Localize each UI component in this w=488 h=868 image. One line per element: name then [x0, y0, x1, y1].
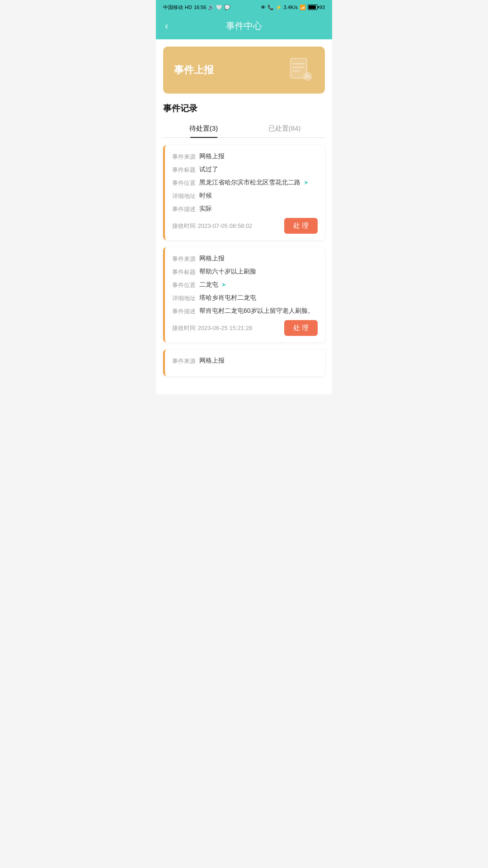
battery-icon — [308, 5, 318, 10]
report-icon — [287, 56, 314, 85]
tab-pending[interactable]: 待处置(3) — [163, 120, 244, 137]
time-label: 16:56 — [194, 5, 206, 10]
location-value: 黑龙江省哈尔滨市松北区雪花北二路 ➤ — [199, 179, 318, 187]
source-label: 事件来源 — [172, 357, 199, 365]
bluetooth-icon: ⚡ — [276, 5, 282, 10]
tab-processed[interactable]: 已处置(84) — [244, 120, 325, 137]
app-header: ‹ 事件中心 — [156, 14, 332, 39]
section-title: 事件记录 — [163, 103, 325, 114]
address-row: 详细地址 塔哈乡肖屯村二龙屯 — [172, 294, 318, 302]
data-speed: 3.4K/s — [284, 5, 298, 10]
status-bar: 中国移动 HD 16:56 🔊 🤍 💬 👁 📞 ⚡ 3.4K/s 📶 93 — [156, 0, 332, 14]
status-bar-right: 👁 📞 ⚡ 3.4K/s 📶 93 — [261, 5, 325, 10]
source-value: 网格上报 — [199, 152, 318, 160]
time-value: 2023-07-05 08:58:02 — [197, 222, 252, 229]
address-value: 塔哈乡肖屯村二龙屯 — [199, 294, 318, 302]
heart-icon: 🤍 — [216, 5, 222, 10]
address-row: 详细地址 时候 — [172, 192, 318, 200]
desc-row: 事件描述 实际 — [172, 205, 318, 213]
location-arrow-icon[interactable]: ➤ — [304, 179, 309, 186]
volume-icon: 🔊 — [208, 5, 214, 10]
card-footer: 接收时间 2023-06-25 15:21:28 处 理 — [172, 320, 318, 336]
source-label: 事件来源 — [172, 152, 199, 161]
battery-fill — [309, 5, 316, 9]
time-label: 接收时间 — [172, 222, 196, 229]
title-label: 事件标题 — [172, 268, 199, 276]
location-label: 事件位置 — [172, 179, 199, 187]
process-button[interactable]: 处 理 — [284, 218, 318, 234]
desc-label: 事件描述 — [172, 307, 199, 316]
source-row: 事件来源 网格上报 — [172, 357, 318, 365]
network-label: HD — [185, 5, 192, 10]
process-button[interactable]: 处 理 — [284, 320, 318, 336]
tabs: 待处置(3) 已处置(84) — [163, 120, 325, 138]
address-value: 时候 — [199, 192, 318, 200]
eye-icon: 👁 — [261, 5, 266, 10]
battery-container — [308, 5, 318, 10]
title-value: 试过了 — [199, 165, 318, 174]
event-card: 事件来源 网格上报 事件标题 试过了 事件位置 黑龙江省哈尔滨市松北区雪花北二路… — [163, 145, 325, 240]
time-label: 接收时间 — [172, 324, 196, 331]
desc-value: 实际 — [199, 205, 318, 213]
time-value: 2023-06-25 15:21:28 — [197, 325, 252, 331]
location-arrow-icon[interactable]: ➤ — [221, 281, 226, 288]
desc-label: 事件描述 — [172, 205, 199, 213]
event-card: 事件来源 网格上报 — [163, 349, 325, 376]
banner-text: 事件上报 — [174, 63, 214, 77]
desc-row: 事件描述 帮肖屯村二龙屯60岁以上留守老人刷脸。 — [172, 307, 318, 316]
event-card: 事件来源 网格上报 事件标题 帮助六十岁以上刷脸 事件位置 二龙屯 ➤ 详细地址… — [163, 247, 325, 342]
location-row: 事件位置 黑龙江省哈尔滨市松北区雪花北二路 ➤ — [172, 179, 318, 187]
title-row: 事件标题 试过了 — [172, 165, 318, 174]
signal-icon: 📶 — [300, 5, 306, 10]
main-content: 事件上报 事件记录 待处置(3) 已处置(84) 事件来源 — [156, 39, 332, 394]
report-banner[interactable]: 事件上报 — [163, 47, 325, 94]
address-label: 详细地址 — [172, 192, 199, 200]
source-label: 事件来源 — [172, 255, 199, 263]
source-row: 事件来源 网格上报 — [172, 152, 318, 161]
address-label: 详细地址 — [172, 294, 199, 302]
source-row: 事件来源 网格上报 — [172, 255, 318, 263]
location-label: 事件位置 — [172, 281, 199, 289]
phone-icon: 📞 — [267, 5, 274, 10]
location-row: 事件位置 二龙屯 ➤ — [172, 281, 318, 289]
title-value: 帮助六十岁以上刷脸 — [199, 268, 318, 276]
location-value: 二龙屯 ➤ — [199, 281, 318, 289]
status-bar-left: 中国移动 HD 16:56 🔊 🤍 💬 — [163, 4, 230, 11]
page-title: 事件中心 — [226, 20, 262, 32]
title-row: 事件标题 帮助六十岁以上刷脸 — [172, 268, 318, 276]
battery-percent: 93 — [319, 5, 325, 10]
event-cards-container: 事件来源 网格上报 事件标题 试过了 事件位置 黑龙江省哈尔滨市松北区雪花北二路… — [163, 145, 325, 387]
source-value: 网格上报 — [199, 357, 318, 365]
wechat-icon: 💬 — [224, 5, 230, 10]
title-label: 事件标题 — [172, 165, 199, 174]
desc-value: 帮肖屯村二龙屯60岁以上留守老人刷脸。 — [199, 307, 318, 315]
source-value: 网格上报 — [199, 255, 318, 263]
carrier-label: 中国移动 — [163, 4, 183, 11]
card-footer: 接收时间 2023-07-05 08:58:02 处 理 — [172, 218, 318, 234]
back-button[interactable]: ‹ — [165, 20, 168, 32]
